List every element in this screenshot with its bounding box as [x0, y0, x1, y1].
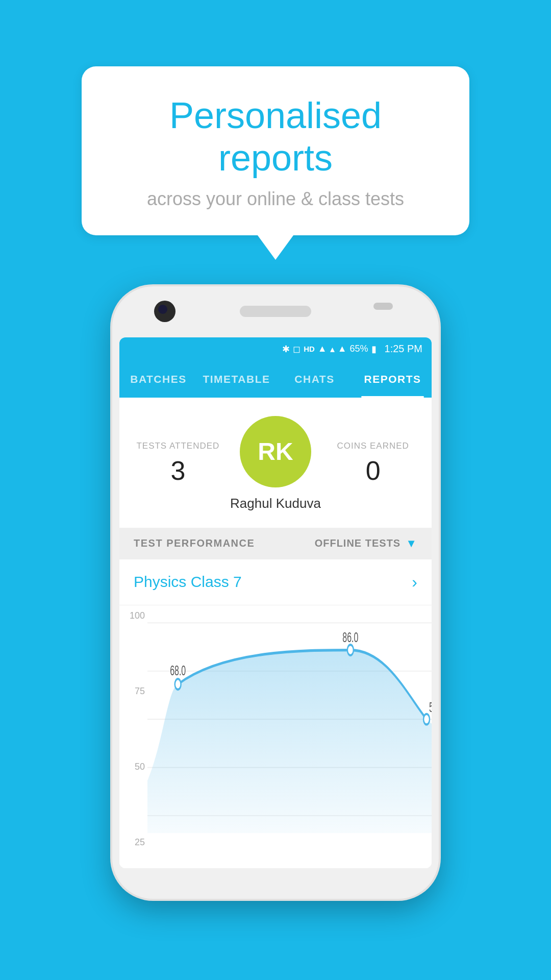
user-name: Raghul Kuduva — [230, 496, 321, 511]
status-icons: ✱ ◻ HD ▲ ▴ ▲ 65% ▮ — [282, 344, 376, 355]
chevron-right-icon: › — [412, 573, 417, 592]
tab-chats[interactable]: CHATS — [276, 361, 354, 398]
svg-point-5 — [175, 679, 181, 690]
coins-earned-block: COINS EARNED 0 — [329, 441, 417, 486]
avatar: RK — [240, 416, 311, 487]
network-icon: ▲ — [338, 344, 347, 354]
chart-y-labels: 100 75 50 25 — [119, 605, 150, 868]
section-header: TEST PERFORMANCE OFFLINE TESTS ▼ — [119, 528, 432, 559]
nav-tabs: BATCHES TIMETABLE CHATS REPORTS — [119, 361, 432, 398]
chart-area: 100 75 50 25 — [119, 605, 432, 868]
filter-label: OFFLINE TESTS — [315, 537, 401, 549]
phone-mockup: ✱ ◻ HD ▲ ▴ ▲ 65% ▮ 1:25 PM — [112, 286, 439, 899]
home-sensor — [373, 303, 393, 310]
section-filter[interactable]: OFFLINE TESTS ▼ — [315, 537, 417, 550]
status-bar: ✱ ◻ HD ▲ ▴ ▲ 65% ▮ 1:25 PM — [119, 337, 432, 361]
signal-icon: ▲ — [318, 344, 327, 354]
phone-outer: ✱ ◻ HD ▲ ▴ ▲ 65% ▮ 1:25 PM — [112, 286, 439, 899]
svg-point-7 — [423, 714, 430, 724]
svg-text:68.0: 68.0 — [170, 663, 186, 678]
battery-icon: ▮ — [371, 344, 377, 355]
status-time: 1:25 PM — [385, 343, 422, 355]
phone-screen: ✱ ◻ HD ▲ ▴ ▲ 65% ▮ 1:25 PM — [119, 337, 432, 868]
avatar-block: RK Raghul Kuduva — [222, 416, 329, 511]
battery-text: 65% — [349, 344, 368, 354]
tab-reports[interactable]: REPORTS — [354, 361, 432, 398]
class-name: Physics Class 7 — [134, 573, 242, 591]
tests-attended-block: TESTS ATTENDED 3 — [134, 441, 222, 486]
speaker — [240, 306, 311, 317]
bubble-title: Personalised reports — [115, 94, 436, 179]
tests-attended-value: 3 — [134, 455, 222, 486]
tab-timetable[interactable]: TIMETABLE — [197, 361, 276, 398]
y-label-50: 50 — [119, 762, 150, 772]
camera-icon — [154, 301, 176, 322]
svg-text:86.0: 86.0 — [342, 629, 358, 645]
coins-earned-value: 0 — [329, 455, 417, 486]
vibrate-icon: ◻ — [293, 344, 300, 355]
class-row[interactable]: Physics Class 7 › — [119, 559, 432, 605]
y-label-100: 100 — [119, 610, 150, 621]
tests-attended-label: TESTS ATTENDED — [134, 441, 222, 451]
speech-bubble: Personalised reports across your online … — [82, 66, 469, 235]
screen-content: TESTS ATTENDED 3 RK Raghul Kuduva COINS … — [119, 398, 432, 868]
svg-point-6 — [347, 645, 354, 655]
tab-batches[interactable]: BATCHES — [119, 361, 197, 398]
bluetooth-icon: ✱ — [282, 344, 290, 355]
hd-icon: HD — [304, 345, 315, 353]
y-label-25: 25 — [119, 837, 150, 848]
user-card: TESTS ATTENDED 3 RK Raghul Kuduva COINS … — [119, 398, 432, 528]
section-title: TEST PERFORMANCE — [134, 537, 255, 549]
y-label-75: 75 — [119, 686, 150, 697]
coins-earned-label: COINS EARNED — [329, 441, 417, 451]
chart-svg: 68.0 86.0 50.0 — [147, 605, 432, 868]
bubble-subtitle: across your online & class tests — [115, 188, 436, 210]
wifi-icon: ▴ — [330, 344, 335, 355]
avatar-initials: RK — [258, 437, 293, 465]
chevron-down-icon: ▼ — [406, 537, 417, 550]
svg-text:50.0: 50.0 — [429, 700, 432, 716]
